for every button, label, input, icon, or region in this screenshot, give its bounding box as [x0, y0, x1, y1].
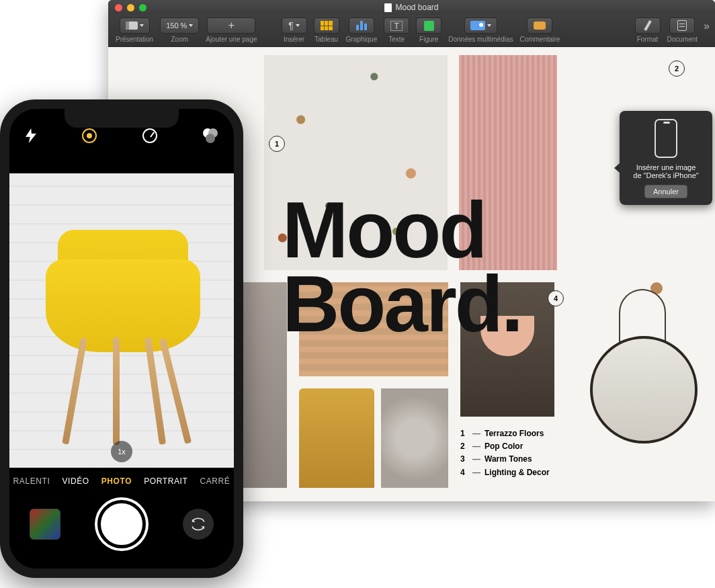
titlebar: Mood board: [108, 0, 715, 15]
media-button[interactable]: [464, 17, 497, 34]
shape-button[interactable]: [416, 17, 441, 34]
cancel-button[interactable]: Annuler: [644, 185, 687, 198]
image-mirror[interactable]: [566, 276, 708, 488]
flash-icon[interactable]: [26, 128, 36, 143]
shape-icon: [424, 21, 434, 31]
flip-camera-button[interactable]: [183, 509, 214, 540]
camera-mode-selector[interactable]: RALENTI VIDÉO PHOTO PORTRAIT CARRÉ: [9, 472, 234, 491]
zoom-button[interactable]: 150 %: [160, 17, 199, 34]
badge-4: 4: [548, 290, 564, 306]
toolbar-presentation: Présentation: [112, 17, 157, 43]
insert-button[interactable]: ¶: [282, 17, 307, 34]
toolbar-text: T Texte: [380, 17, 413, 43]
headline-line1: Mood: [282, 194, 521, 267]
popover-text-line1: Insérer une image: [626, 163, 706, 171]
chart-icon: [356, 21, 367, 30]
viewfinder-subject-chair: [46, 230, 200, 445]
toolbar-media: Données multimédias: [445, 17, 516, 43]
mirror-glass: [590, 336, 698, 444]
iphone-screen: 1x RALENTI VIDÉO PHOTO PORTRAIT CARRÉ: [9, 109, 234, 569]
document-button[interactable]: [669, 17, 695, 34]
mode-portrait[interactable]: PORTRAIT: [144, 476, 187, 486]
window-title: Mood board: [108, 3, 715, 12]
plus-icon: +: [228, 20, 235, 31]
toolbar-table: Tableau: [310, 17, 343, 43]
chevron-down-icon: [189, 24, 193, 27]
legend-row: 2—Pop Color: [460, 440, 550, 453]
media-icon: [470, 21, 485, 30]
continuity-camera-popover: Insérer une image de "Derek's iPhone" An…: [620, 111, 712, 205]
format-button[interactable]: [635, 17, 661, 34]
live-photo-icon[interactable]: [82, 128, 97, 143]
shutter-button[interactable]: [97, 500, 146, 548]
document-icon: [677, 20, 687, 31]
toolbar-format: Format: [632, 17, 664, 43]
window-title-text: Mood board: [395, 3, 438, 12]
text-button[interactable]: T: [384, 17, 409, 34]
phone-outline-icon: [655, 119, 677, 158]
flip-camera-icon: [190, 515, 207, 533]
badge-2: 2: [669, 60, 685, 77]
camera-bottom-bar: [9, 491, 234, 558]
mode-carre[interactable]: CARRÉ: [200, 476, 230, 486]
image-fur[interactable]: [381, 388, 448, 488]
chevron-down-icon: [296, 24, 300, 27]
toolbar-comment: Commentaire: [516, 17, 563, 43]
legend-row: 1—Terrazzo Floors: [460, 427, 550, 440]
headline[interactable]: Mood Board.: [282, 194, 521, 341]
document-icon: [384, 3, 392, 12]
iphone-device: 1x RALENTI VIDÉO PHOTO PORTRAIT CARRÉ: [0, 99, 243, 578]
toolbar-zoom: 150 % Zoom: [157, 17, 202, 43]
table-button[interactable]: [314, 17, 339, 34]
comment-icon: [534, 22, 546, 30]
legend-list: 1—Terrazzo Floors 2—Pop Color 3—Warm Ton…: [460, 427, 550, 479]
toolbar-shape: Figure: [413, 17, 445, 43]
brush-icon: [644, 20, 651, 31]
camera-viewfinder[interactable]: 1x: [9, 173, 234, 468]
last-photo-thumbnail[interactable]: [30, 509, 60, 540]
mode-video[interactable]: VIDÉO: [62, 476, 89, 486]
timer-icon[interactable]: [142, 128, 157, 143]
toolbar-add-page: + Ajouter une page: [202, 17, 260, 43]
mode-ralenti[interactable]: RALENTI: [13, 476, 50, 486]
mode-photo[interactable]: PHOTO: [101, 476, 132, 486]
table-icon: [321, 21, 333, 30]
iphone-notch: [65, 109, 179, 128]
text-icon: T: [390, 21, 403, 31]
filters-icon[interactable]: [203, 128, 218, 143]
toolbar-insert: ¶ Insérer: [278, 17, 310, 43]
image-couch[interactable]: [299, 388, 374, 488]
paragraph-icon: ¶: [288, 21, 294, 30]
comment-button[interactable]: [527, 17, 552, 34]
toolbar-document: Document: [664, 17, 702, 43]
presentation-button[interactable]: [120, 17, 150, 34]
legend-row: 4—Lighting & Decor: [460, 466, 550, 479]
toolbar-overflow[interactable]: »: [701, 17, 711, 32]
chevron-down-icon: [487, 24, 491, 27]
headline-line2: Board.: [282, 267, 521, 341]
zoom-value: 150 %: [166, 22, 187, 30]
zoom-toggle[interactable]: 1x: [111, 441, 132, 462]
badge-1: 1: [269, 136, 285, 152]
view-icon: [126, 22, 138, 30]
toolbar-chart: Graphique: [343, 17, 381, 43]
chart-button[interactable]: [349, 17, 374, 34]
chevron-down-icon: [140, 24, 144, 27]
toolbar: Présentation 150 % Zoom + Ajouter une pa…: [108, 15, 715, 47]
legend-row: 3—Warm Tones: [460, 453, 550, 466]
popover-text-line2: de "Derek's iPhone": [626, 171, 706, 179]
add-page-button[interactable]: +: [207, 17, 255, 34]
